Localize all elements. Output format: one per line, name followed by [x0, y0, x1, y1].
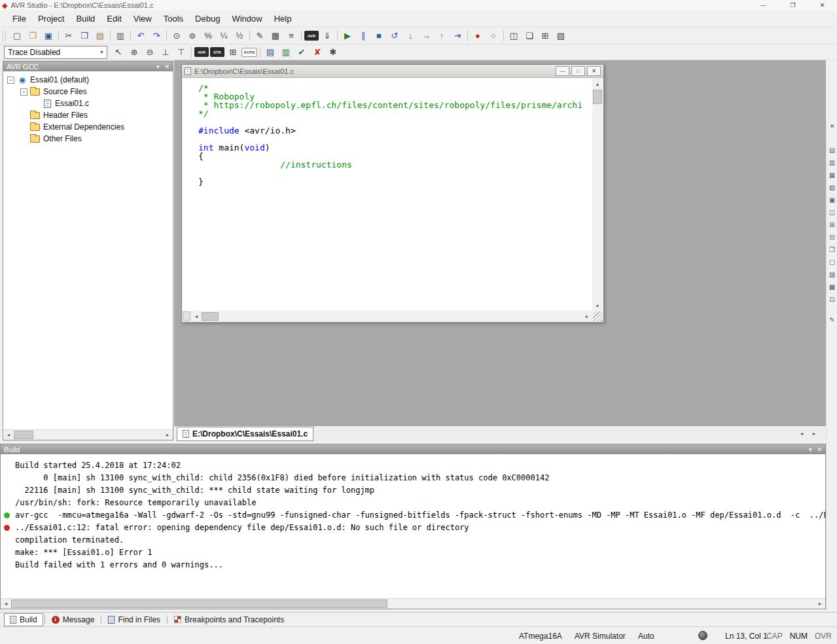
scroll-right-icon[interactable]: ► — [815, 599, 825, 609]
cascade-windows-icon[interactable]: ❏ — [522, 29, 537, 43]
output-window-icon[interactable]: ▧ — [554, 29, 568, 43]
memory-grid-icon[interactable]: ⊞ — [226, 45, 240, 59]
scroll-down-icon[interactable]: ▼ — [592, 300, 603, 311]
tree-expander-icon[interactable]: − — [20, 88, 27, 96]
output-tab-build[interactable]: Build — [4, 613, 43, 626]
trace-run-icon[interactable]: ▥ — [279, 45, 293, 59]
program-device-icon[interactable]: ⇓ — [320, 29, 334, 43]
scroll-left-icon[interactable]: ◄ — [191, 311, 202, 321]
half-display-icon[interactable]: ½ — [232, 29, 247, 43]
tile-windows-icon[interactable]: ⊞ — [538, 29, 552, 43]
cut-icon[interactable]: ✂ — [62, 29, 76, 43]
zoom-in-icon[interactable]: ⊕ — [127, 45, 141, 59]
auto-mode-icon[interactable]: AUTO — [241, 48, 257, 57]
step-out-icon[interactable]: ↑ — [435, 29, 449, 43]
scroll-left-icon[interactable]: ◄ — [3, 430, 14, 440]
child-close-icon[interactable]: ✕ — [587, 66, 601, 76]
copy-icon[interactable]: ❒ — [77, 29, 92, 43]
memory-view-icon[interactable]: ▦ — [268, 29, 283, 43]
child-maximize-icon[interactable]: □ — [571, 66, 585, 76]
document-tab-essai01[interactable]: E:\Dropbox\C\Essais\Essai01.c — [177, 427, 313, 441]
dock-page-icon-4[interactable]: ▧ — [827, 182, 837, 192]
tree-item-source-files[interactable]: −Source Files — [3, 86, 173, 98]
project-tree-hscrollbar[interactable]: ◄ ► — [3, 429, 173, 440]
quarter-display-icon[interactable]: ¼ — [217, 29, 231, 43]
editor-hscrollbar[interactable]: ◄ ► — [183, 311, 592, 321]
restore-icon[interactable]: ❐ — [778, 0, 808, 10]
scroll-up-icon[interactable]: ▲ — [592, 79, 603, 89]
dock-page-icon-12[interactable]: ▩ — [827, 281, 837, 292]
editor-vscrollbar[interactable]: ▲ ▼ — [592, 79, 603, 311]
panel-close-icon[interactable]: ✕ — [164, 63, 169, 70]
menu-project[interactable]: Project — [32, 11, 70, 27]
tree-item-other-files[interactable]: Other Files — [3, 133, 173, 145]
stk500-icon[interactable]: STK — [210, 47, 224, 57]
scrollbar-thumb[interactable] — [202, 312, 219, 321]
pause-icon[interactable]: ∥ — [356, 29, 370, 43]
menu-help[interactable]: Help — [268, 11, 298, 27]
tree-item-header-files[interactable]: Header Files — [3, 109, 173, 121]
output-tab-message[interactable]: iMessage — [46, 613, 100, 626]
pointer-icon[interactable]: ↖ — [111, 45, 126, 59]
stop-icon[interactable]: ■ — [372, 29, 386, 43]
dock-page-icon-8[interactable]: ⊟ — [827, 232, 837, 242]
dock-page-icon-5[interactable]: ▣ — [827, 194, 837, 205]
delete-trace-icon[interactable]: ✘ — [310, 45, 325, 59]
step-into-icon[interactable]: ↓ — [403, 29, 418, 43]
resize-grip[interactable] — [593, 312, 603, 321]
panel-menu-icon[interactable]: ▾ — [809, 446, 812, 453]
reset-icon[interactable]: ↺ — [387, 29, 402, 43]
scrollbar-thumb[interactable] — [593, 90, 602, 104]
toggle-breakpoint-icon[interactable]: ● — [471, 29, 485, 43]
menu-build[interactable]: Build — [70, 11, 101, 27]
tree-item-essai01-c[interactable]: Essai01.c — [3, 98, 173, 109]
panel-close-icon[interactable]: ✕ — [817, 446, 822, 453]
disassembly-view-icon[interactable]: ≡ — [284, 29, 298, 43]
dock-page-icon-1[interactable]: ▤ — [827, 145, 837, 155]
menu-tools[interactable]: Tools — [158, 11, 189, 27]
menu-view[interactable]: View — [128, 11, 158, 27]
menu-edit[interactable]: Edit — [101, 11, 127, 27]
tree-item-external-dependencies[interactable]: External Dependencies — [3, 121, 173, 133]
trace-page-icon[interactable]: ▤ — [263, 45, 277, 59]
scrollbar-thumb[interactable] — [11, 599, 387, 608]
percent-display-icon[interactable]: % — [201, 29, 215, 43]
avr-chip-icon[interactable]: AVR — [304, 31, 319, 41]
zoom-out-icon[interactable]: ⊖ — [143, 45, 157, 59]
dock-page-icon-9[interactable]: ❒ — [827, 244, 837, 255]
minimize-icon[interactable]: — — [749, 0, 778, 10]
find-icon[interactable]: ⊙ — [169, 29, 184, 43]
code-editor[interactable]: /* * Robopoly * https://robopoly.epfl.ch… — [183, 79, 592, 311]
trace-settings-icon[interactable]: ✱ — [326, 45, 340, 59]
print-icon[interactable]: ▥ — [113, 29, 128, 43]
dock-page-icon-2[interactable]: ▥ — [827, 157, 837, 168]
menu-debug[interactable]: Debug — [189, 11, 226, 27]
child-minimize-icon[interactable]: — — [556, 66, 569, 76]
splitter-box[interactable] — [183, 312, 190, 321]
dock-page-icon-7[interactable]: ⊞ — [827, 219, 837, 230]
output-tab-breakpoints-and-tracepoints[interactable]: Breakpoints and Tracepoints — [169, 613, 289, 626]
close-icon[interactable]: ✕ — [808, 0, 837, 10]
paste-icon[interactable]: ▤ — [93, 29, 107, 43]
tree-item-essai01-default[interactable]: −◉Essai01 (default) — [3, 74, 173, 86]
run-icon[interactable]: ▶ — [340, 29, 355, 43]
remove-all-breakpoints-icon[interactable]: ○ — [486, 29, 501, 43]
open-file-icon[interactable]: ❐ — [26, 29, 40, 43]
tree-expander-icon[interactable]: − — [7, 77, 14, 84]
watch-icon[interactable]: ✎ — [253, 29, 267, 43]
editor-window-titlebar[interactable]: E:\Dropbox\C\Essais\Essai01.c — □ ✕ — [182, 65, 603, 78]
output-tab-find-in-files[interactable]: Find in Files — [103, 613, 166, 626]
set-marker-icon[interactable]: ⊥ — [158, 45, 173, 59]
menu-file[interactable]: File — [7, 11, 32, 27]
dock-page-icon-13[interactable]: ⊡ — [827, 294, 837, 304]
scrollbar-thumb[interactable] — [14, 431, 33, 439]
build-hscrollbar[interactable]: ◄ ► — [1, 598, 825, 609]
run-to-cursor-icon[interactable]: ⇥ — [450, 29, 465, 43]
save-icon[interactable]: ▣ — [41, 29, 56, 43]
avr-chip-icon[interactable]: AVR — [194, 47, 209, 57]
dock-page-icon-6[interactable]: ◫ — [827, 207, 837, 217]
new-file-icon[interactable]: ▢ — [10, 29, 24, 43]
dock-edit-icon[interactable]: ✎ — [827, 314, 837, 325]
undo-icon[interactable]: ↶ — [134, 29, 148, 43]
tab-scroll-right-icon[interactable]: ► — [809, 429, 819, 438]
